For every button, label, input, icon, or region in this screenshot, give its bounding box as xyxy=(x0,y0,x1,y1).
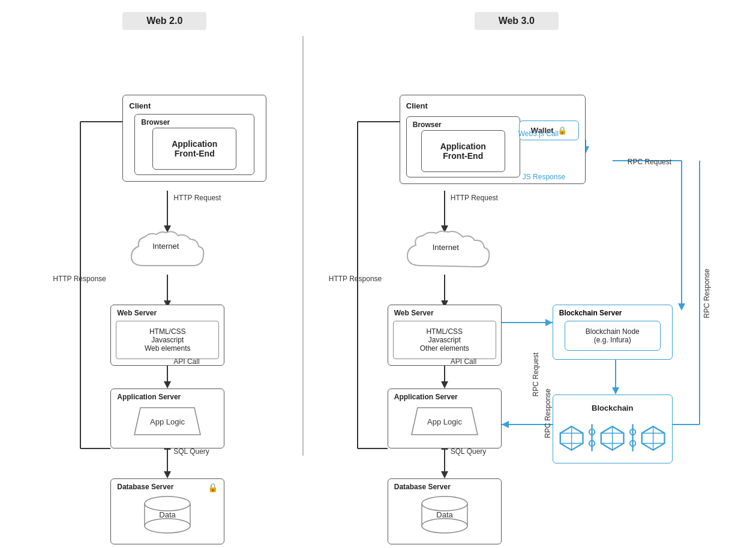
page: Web 2.0 xyxy=(0,0,756,548)
web2-sql-query-label: SQL Query xyxy=(173,447,209,456)
svg-point-16 xyxy=(145,496,190,511)
lock-icon: 🔒 xyxy=(208,483,218,492)
svg-point-75 xyxy=(422,519,467,533)
web2-diagram: HTTP Response Client Browser Application… xyxy=(50,41,278,548)
web2-internet-label: Internet xyxy=(152,242,179,251)
web2-client-box: Client Browser ApplicationFront-End xyxy=(122,95,266,182)
web2-title: Web 2.0 xyxy=(122,12,206,30)
web3-webserver-inner: HTML/CSSJavascriptOther elements xyxy=(393,321,496,359)
svg-text:Data: Data xyxy=(436,510,453,519)
web2-webserver-box: Web Server HTML/CSSJavascriptWeb element… xyxy=(110,305,224,366)
web3-sql-query-label: SQL Query xyxy=(451,447,487,456)
svg-point-19 xyxy=(145,519,190,533)
web3-api-call-label: API Call xyxy=(451,357,476,366)
svg-text:App Logic: App Logic xyxy=(150,417,185,426)
web3-title: Web 3.0 xyxy=(475,12,559,30)
web3-internet-cloud: Internet xyxy=(403,230,505,276)
web2-dbserver-label: Database Server xyxy=(117,483,173,491)
web3-client-label: Client xyxy=(406,101,579,110)
blockchain-icons xyxy=(558,417,667,454)
web2-http-request-label: HTTP Request xyxy=(173,194,221,202)
web3-appserver-box: Application Server App Logic xyxy=(388,389,502,448)
svg-marker-49 xyxy=(612,387,619,395)
web2-browser-label: Browser xyxy=(141,118,170,127)
web3-browser-label: Browser xyxy=(413,121,442,129)
web2-webserver-inner: HTML/CSSJavascriptWeb elements xyxy=(116,321,219,359)
web2-webserver-label: Web Server xyxy=(117,309,157,317)
svg-marker-51 xyxy=(502,421,509,428)
rpc-request-top-label: RPC Request xyxy=(628,158,671,166)
web3-dbserver-label: Database Server xyxy=(394,483,451,491)
rpc-request-side-label: RPC Request xyxy=(532,353,540,396)
web2-api-call-label: API Call xyxy=(173,357,199,366)
web3js-call-label: Web3.js Call xyxy=(518,130,559,138)
blockchain-node-box: Blockchain Node(e.g. Infura) xyxy=(565,321,661,351)
svg-marker-47 xyxy=(545,319,553,326)
web2-appserver-label: Application Server xyxy=(117,393,181,401)
svg-marker-26 xyxy=(441,381,448,389)
svg-marker-8 xyxy=(164,471,171,478)
web3-http-response-label: HTTP Response xyxy=(329,275,382,283)
blockchain-box: Blockchain xyxy=(553,395,673,463)
js-response-label: JS Response xyxy=(523,173,565,181)
web3-browser-box: Browser ApplicationFront-End xyxy=(406,116,520,177)
web3-internet-label: Internet xyxy=(433,243,459,252)
svg-marker-42 xyxy=(678,303,685,311)
web3-http-request-label: HTTP Request xyxy=(451,194,498,202)
svg-text:App Logic: App Logic xyxy=(427,417,462,426)
web3-webserver-label: Web Server xyxy=(394,309,434,317)
wallet-lock-icon: 🔒 xyxy=(557,126,567,135)
section-divider xyxy=(302,36,304,456)
web3-section: Web 3.0 xyxy=(328,12,706,548)
web2-browser-box: Browser ApplicationFront-End xyxy=(134,114,254,175)
web2-internet-cloud: Internet xyxy=(125,230,209,276)
svg-text:Data: Data xyxy=(160,510,176,519)
web2-section: Web 2.0 xyxy=(50,12,278,548)
svg-marker-29 xyxy=(441,471,448,478)
svg-marker-5 xyxy=(164,381,171,389)
svg-point-72 xyxy=(422,496,467,511)
web3-diagram: HTTP Response Client Browser Application… xyxy=(328,41,706,548)
rpc-response-top-label: RPC Response xyxy=(703,269,711,318)
blockchain-server-label: Blockchain Server xyxy=(559,309,622,317)
web2-client-label: Client xyxy=(129,101,260,110)
web2-dbserver-box: Database Server 🔒 Data xyxy=(110,478,224,544)
web3-webserver-box: Web Server HTML/CSSJavascriptOther eleme… xyxy=(388,305,502,366)
http-response-label: HTTP Response xyxy=(53,275,106,283)
blockchain-label: Blockchain xyxy=(558,404,667,412)
rpc-response-side-label: RPC Response xyxy=(544,389,552,438)
web2-appserver-box: Application Server App Logic xyxy=(110,389,224,448)
blockchain-server-box: Blockchain Server Blockchain Node(e.g. I… xyxy=(553,305,673,360)
web2-frontend-box: ApplicationFront-End xyxy=(152,128,236,170)
web3-frontend-box: ApplicationFront-End xyxy=(421,130,505,172)
web3-appserver-label: Application Server xyxy=(394,393,458,401)
web3-dbserver-box: Database Server Data xyxy=(388,478,502,544)
web3-client-box: Client Browser ApplicationFront-End Wall… xyxy=(400,95,586,184)
